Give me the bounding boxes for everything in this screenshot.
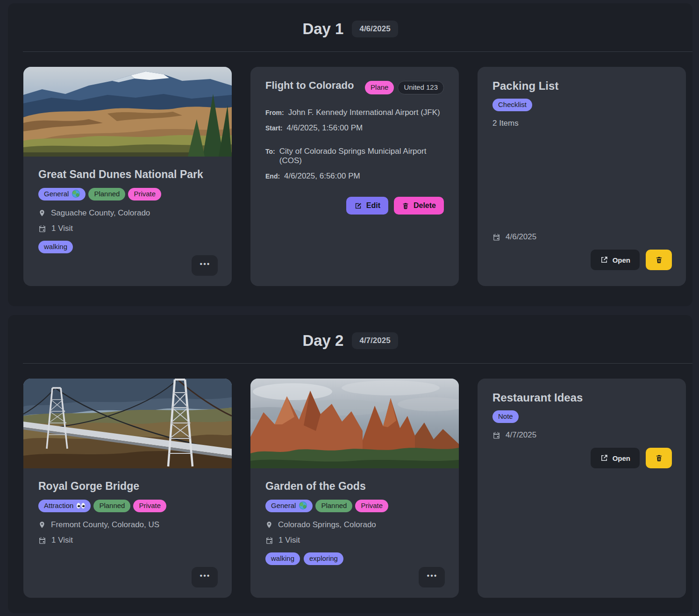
checklist-card-packing-list[interactable]: Packing List Checklist 2 Items 4/6/2025 … <box>478 67 686 286</box>
place-card-royal-gorge[interactable]: Royal Gorge Bridge Attraction Planned Pr… <box>23 379 232 598</box>
edit-button[interactable]: Edit <box>346 197 388 215</box>
items-count: 2 Items <box>492 119 519 128</box>
visits-text: 1 Visit <box>51 536 73 545</box>
globe-icon <box>72 190 80 198</box>
flight-start-row: Start: 4/6/2025, 1:56:00 PM <box>265 123 444 133</box>
checklist-date: 4/6/2025 <box>506 232 536 242</box>
note-title: Restaurant Ideas <box>492 391 583 404</box>
end-value: 4/6/2025, 6:56:00 PM <box>284 172 360 181</box>
location-pin-icon <box>38 521 46 529</box>
activity-tag: walking <box>38 241 73 253</box>
start-value: 4/6/2025, 1:56:00 PM <box>287 123 363 133</box>
open-button[interactable]: Open <box>591 250 640 270</box>
visibility-badge: Private <box>128 188 161 201</box>
place-card-great-sand-dunes[interactable]: Great Sand Dunes National Park General P… <box>23 67 232 286</box>
transport-type-badge: Plane <box>365 81 394 94</box>
calendar-icon <box>38 537 46 544</box>
trash-icon <box>655 454 663 462</box>
location-pin-icon <box>38 209 46 217</box>
note-type-badge: Note <box>492 410 519 423</box>
delete-label: Delete <box>414 201 436 210</box>
note-date: 4/7/2025 <box>506 430 536 440</box>
location-text: Fremont County, Colorado, US <box>51 520 159 530</box>
day-1-section: Day 1 4/6/2025 <box>8 3 692 306</box>
category-label: Attraction <box>44 501 73 510</box>
external-link-icon <box>600 256 608 264</box>
to-value: City of Colorado Springs Municipal Airpo… <box>279 147 444 165</box>
visits-row: 1 Visit <box>38 224 73 233</box>
rocks-illustration <box>250 379 459 468</box>
open-button[interactable]: Open <box>591 448 640 468</box>
card-menu-button[interactable]: ••• <box>192 567 218 587</box>
edit-icon <box>354 202 362 210</box>
checklist-title: Packing List <box>492 79 558 93</box>
delete-button[interactable]: Delete <box>394 197 444 215</box>
category-label: General <box>271 501 296 510</box>
flight-card[interactable]: Flight to Colorado Plane United 123 From… <box>250 67 459 286</box>
trash-icon <box>402 202 409 210</box>
great-sand-dunes-photo <box>23 67 232 157</box>
globe-icon <box>299 501 307 509</box>
bridge-illustration <box>23 379 232 468</box>
location-text: Colorado Springs, Colorado <box>278 520 376 530</box>
calendar-icon <box>38 225 46 233</box>
open-label: Open <box>613 256 630 264</box>
visibility-badge: Private <box>355 500 388 512</box>
open-label: Open <box>613 454 630 462</box>
external-link-icon <box>600 454 608 462</box>
ellipsis-icon: ••• <box>200 572 211 580</box>
flight-to-row: To: City of Colorado Springs Municipal A… <box>265 147 444 165</box>
day-1-cards: Great Sand Dunes National Park General P… <box>8 52 692 286</box>
calendar-icon <box>265 537 273 544</box>
location-row: Fremont County, Colorado, US <box>38 520 159 530</box>
flight-number-badge: United 123 <box>398 81 444 94</box>
delete-note-button[interactable] <box>646 448 672 468</box>
day-1-header: Day 1 4/6/2025 <box>8 3 692 38</box>
flight-from-row: From: John F. Kennedy International Airp… <box>265 108 444 117</box>
visibility-badge: Private <box>133 500 166 512</box>
calendar-icon <box>492 233 500 241</box>
start-label: Start: <box>265 124 283 132</box>
landscape-illustration <box>23 67 232 157</box>
day-title: Day 1 <box>302 20 343 38</box>
calendar-icon <box>492 431 500 439</box>
card-menu-button[interactable]: ••• <box>192 255 218 276</box>
category-label: General <box>44 189 69 198</box>
category-badge: General <box>38 188 86 201</box>
note-card-restaurant-ideas[interactable]: Restaurant Ideas Note 4/7/2025 Open <box>478 379 686 598</box>
location-text: Saguache County, Colorado <box>51 208 150 218</box>
delete-checklist-button[interactable] <box>646 250 672 270</box>
card-menu-button[interactable]: ••• <box>419 567 445 587</box>
end-label: End: <box>265 172 280 180</box>
location-row: Saguache County, Colorado <box>38 208 150 218</box>
to-label: To: <box>265 148 275 155</box>
place-title: Royal Gorge Bridge <box>38 480 139 493</box>
status-badge: Planned <box>93 500 130 512</box>
day-title: Day 2 <box>302 332 343 350</box>
flight-title: Flight to Colorado <box>265 79 354 92</box>
trash-icon <box>655 256 663 264</box>
status-badge: Planned <box>88 188 125 201</box>
from-label: From: <box>265 109 284 116</box>
place-card-garden-of-the-gods[interactable]: Garden of the Gods General Planned Priva… <box>250 379 459 598</box>
checklist-type-badge: Checklist <box>492 99 532 111</box>
garden-of-the-gods-photo <box>250 379 459 468</box>
activity-tag: walking <box>265 552 300 565</box>
category-badge: General <box>265 500 313 512</box>
ellipsis-icon: ••• <box>200 260 211 268</box>
day-2-header: Day 2 4/7/2025 <box>8 315 692 350</box>
day-date-badge: 4/6/2025 <box>352 21 398 37</box>
flight-end-row: End: 4/6/2025, 6:56:00 PM <box>265 172 444 181</box>
visits-text: 1 Visit <box>278 536 300 545</box>
eyes-icon <box>77 503 85 509</box>
day-date-badge: 4/7/2025 <box>352 332 398 349</box>
status-badge: Planned <box>315 500 352 512</box>
category-badge: Attraction <box>38 500 91 512</box>
checklist-date-row: 4/6/2025 <box>492 232 536 242</box>
note-date-row: 4/7/2025 <box>492 430 536 440</box>
royal-gorge-photo <box>23 379 232 468</box>
ellipsis-icon: ••• <box>427 572 438 580</box>
visits-text: 1 Visit <box>51 224 73 233</box>
day-2-cards: Royal Gorge Bridge Attraction Planned Pr… <box>8 364 692 598</box>
place-title: Great Sand Dunes National Park <box>38 168 203 181</box>
